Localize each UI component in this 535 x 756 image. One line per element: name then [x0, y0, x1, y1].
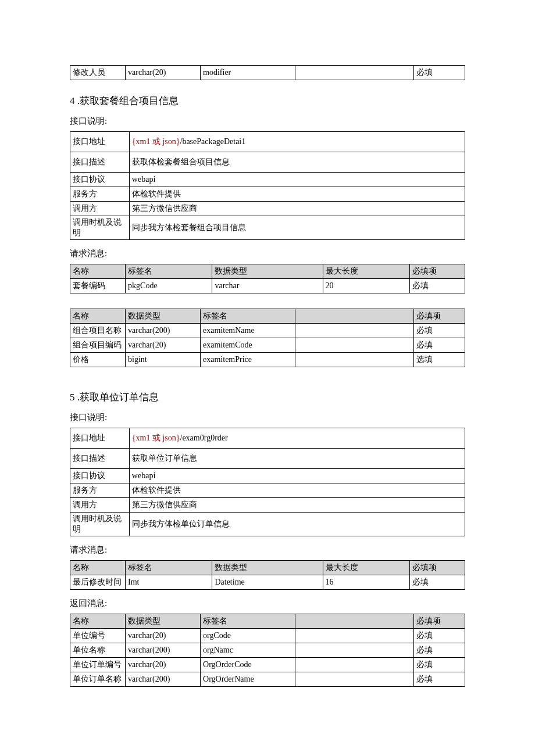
cell: 必填 — [413, 658, 465, 672]
cell: 16 — [323, 575, 409, 590]
th: 最大长度 — [323, 264, 409, 279]
cell: 修改人员 — [70, 66, 126, 80]
cell: orgCode — [201, 629, 295, 643]
th: 数据类型 — [126, 309, 201, 324]
section-4-resp-table: 名称 数据类型 标签名 必填项 组合项目名称varchar(200)examit… — [70, 309, 465, 367]
section-5-resp-label: 返回消息: — [70, 598, 465, 609]
cell-value: 第三方微信供应商 — [129, 498, 465, 513]
cell — [295, 353, 414, 367]
cell: Datetime — [212, 575, 323, 590]
section-5-req-table: 名称 标签名 数据类型 最大长度 必填项 最后修改时间ImtDatetime16… — [70, 560, 465, 590]
cell-key: 接口地址 — [70, 428, 130, 449]
table-row: 服务方体检软件提供 — [70, 187, 465, 202]
table-row: 接口描述获取单位订单信息 — [70, 449, 465, 469]
table-row: 调用时机及说明同步我方体检套餐组合项目信息 — [70, 216, 465, 240]
section-4-req-table: 名称 标签名 数据类型 最大长度 必填项 套餐编码pkgCodevarchar2… — [70, 264, 465, 293]
cell: 必填 — [413, 338, 465, 353]
cell: 必填 — [413, 672, 465, 687]
cell: 必填 — [413, 324, 465, 338]
cell: 必填 — [409, 575, 465, 590]
table-row: 单位编号varchar(20)orgCode必填 — [70, 629, 465, 643]
th: 必填项 — [409, 264, 465, 279]
cell — [295, 66, 414, 80]
cell — [295, 643, 414, 658]
cell: 单位订单编号 — [70, 658, 126, 672]
cell: orgNamc — [201, 643, 295, 658]
table-row: 调用方第三方微信供应商 — [70, 498, 465, 513]
cell-value: 第三方微信供应商 — [129, 202, 465, 216]
cell — [295, 324, 414, 338]
section-5-api-table: 接口地址{xm1 或 json}/exam0rg0rder接口描述获取单位订单信… — [70, 428, 465, 536]
table-row: 最后修改时间ImtDatetime16必填 — [70, 575, 465, 590]
section-5-resp-table: 名称 数据类型 标签名 必填项 单位编号varchar(20)orgCode必填… — [70, 614, 465, 687]
cell: pkgCode — [126, 279, 212, 293]
cell-key: 接口协议 — [70, 173, 130, 187]
cell — [295, 672, 414, 687]
th: 标签名 — [126, 561, 212, 575]
cell: 必填 — [413, 629, 465, 643]
cell: Imt — [126, 575, 212, 590]
th: 数据类型 — [212, 561, 323, 575]
cell-key: 调用时机及说明 — [70, 216, 130, 240]
th: 名称 — [70, 614, 126, 629]
cell — [295, 338, 414, 353]
table-row: 修改人员 varchar(20) modifier 必填 — [70, 66, 465, 80]
cell-key: 接口协议 — [70, 469, 130, 483]
th: 数据类型 — [212, 264, 323, 279]
section-5-req-label: 请求消息: — [70, 544, 465, 556]
cell: varchar(200) — [126, 324, 201, 338]
table-row: 接口描述获取体检套餐组合项目信息 — [70, 152, 465, 173]
cell-key: 调用方 — [70, 498, 130, 513]
cell-value: {xm1 或 json}/basePackageDetai1 — [129, 132, 465, 152]
cell: 必填 — [413, 643, 465, 658]
cell: 单位订单名称 — [70, 672, 126, 687]
cell: varchar(200) — [126, 672, 201, 687]
table-row: 套餐编码pkgCodevarchar20必填 — [70, 279, 465, 293]
cell-key: 接口描述 — [70, 152, 130, 173]
cell-value: 体检软件提供 — [129, 483, 465, 498]
th: 名称 — [70, 561, 126, 575]
table-row: 接口地址{xm1 或 json}/basePackageDetai1 — [70, 132, 465, 152]
th: 数据类型 — [126, 614, 201, 629]
table-row: 单位名称varchar(200)orgNamc必填 — [70, 643, 465, 658]
cell-value: 同步我方体检单位订单信息 — [129, 513, 465, 536]
cell: OrgOrderName — [201, 672, 295, 687]
cell: 组合项目编码 — [70, 338, 126, 353]
th: 最大长度 — [323, 561, 409, 575]
cell-key: 调用时机及说明 — [70, 513, 130, 536]
cell-key: 调用方 — [70, 202, 130, 216]
cell: varchar(20) — [126, 338, 201, 353]
table-header-row: 名称 标签名 数据类型 最大长度 必填项 — [70, 264, 465, 279]
cell — [295, 629, 414, 643]
cell: 单位编号 — [70, 629, 126, 643]
section-4-req-label: 请求消息: — [70, 248, 465, 259]
table-row: 组合项目编码varchar(20)examitemCode必填 — [70, 338, 465, 353]
section-4-api-table: 接口地址{xm1 或 json}/basePackageDetai1接口描述获取… — [70, 131, 465, 240]
th: 名称 — [70, 309, 126, 324]
cell: varchar(20) — [126, 658, 201, 672]
table-header-row: 名称 标签名 数据类型 最大长度 必填项 — [70, 561, 465, 575]
cell: 套餐编码 — [70, 279, 126, 293]
section-5-api-label: 接口说明: — [70, 412, 465, 423]
cell-value: 获取单位订单信息 — [129, 449, 465, 469]
table-row: 接口地址{xm1 或 json}/exam0rg0rder — [70, 428, 465, 449]
th: 标签名 — [126, 264, 212, 279]
cell-key: 服务方 — [70, 187, 130, 202]
cell: varchar — [212, 279, 323, 293]
cell-value: 同步我方体检套餐组合项目信息 — [129, 216, 465, 240]
cell: 最后修改时间 — [70, 575, 126, 590]
section-4-api-label: 接口说明: — [70, 116, 465, 127]
table-row: 接口协议webapi — [70, 173, 465, 187]
cell-value: {xm1 或 json}/exam0rg0rder — [129, 428, 465, 449]
table-row: 价格bigintexamitemPrice选填 — [70, 353, 465, 367]
cell: 单位名称 — [70, 643, 126, 658]
cell: varchar(20) — [126, 629, 201, 643]
table-row: 单位订单编号varchar(20)OrgOrderCode必填 — [70, 658, 465, 672]
th: 标签名 — [201, 309, 295, 324]
cell-value: 体检软件提供 — [129, 187, 465, 202]
cell: 必填 — [413, 66, 465, 80]
cell: examitemCode — [201, 338, 295, 353]
table-header-row: 名称 数据类型 标签名 必填项 — [70, 309, 465, 324]
table-row: 组合项目名称varchar(200)examitemName必填 — [70, 324, 465, 338]
cell: modifier — [201, 66, 295, 80]
